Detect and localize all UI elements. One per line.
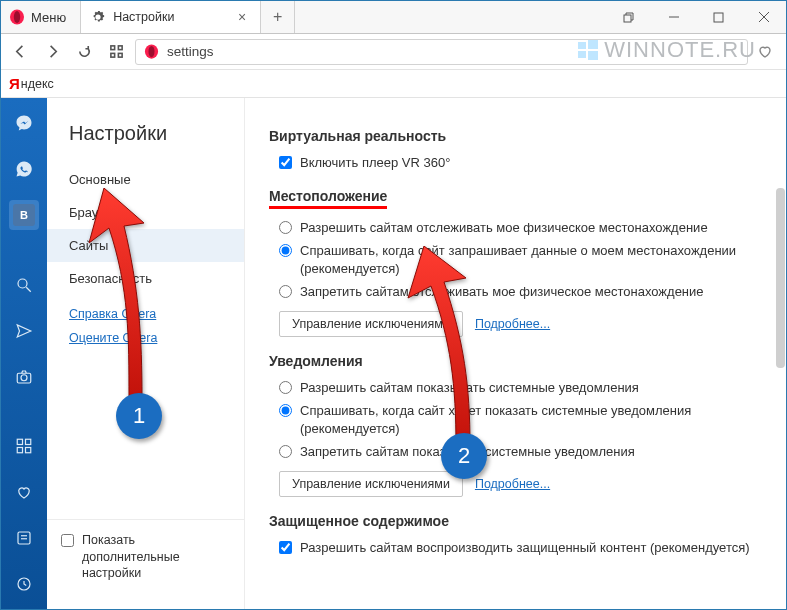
settings-sidebar: Настройки Основные Браузер Сайты Безопас…	[47, 98, 245, 609]
menu-label: Меню	[31, 10, 66, 25]
maximize-button[interactable]	[696, 1, 741, 33]
quick-search-row[interactable]: Яндекс	[1, 70, 786, 98]
forward-button[interactable]	[39, 39, 65, 65]
yandex-label: ндекс	[21, 77, 54, 91]
whatsapp-icon[interactable]	[9, 154, 39, 184]
yandex-icon: Я	[9, 75, 20, 92]
speed-dial-button[interactable]	[103, 39, 129, 65]
main-area: B Настройки Основные Браузер Сайты Безоп…	[1, 98, 786, 609]
back-button[interactable]	[7, 39, 33, 65]
location-exceptions-button[interactable]: Управление исключениями	[279, 311, 463, 337]
scrollbar-thumb[interactable]	[776, 188, 785, 368]
left-rail: B	[1, 98, 47, 609]
menu-button[interactable]: Меню	[1, 1, 81, 33]
reload-button[interactable]	[71, 39, 97, 65]
minimize-button[interactable]	[651, 1, 696, 33]
location-opt-ask[interactable]: Спрашивать, когда сайт запрашивает данны…	[279, 242, 762, 277]
notif-opt-ask[interactable]: Спрашивать, когда сайт хочет показать си…	[279, 402, 762, 437]
svg-rect-22	[26, 439, 31, 444]
show-advanced-label: Показать дополнительные настройки	[82, 532, 230, 581]
settings-content: Виртуальная реальность Включить плеер VR…	[245, 98, 786, 609]
svg-rect-8	[118, 46, 122, 50]
vr-enable-label: Включить плеер VR 360°	[300, 154, 450, 172]
browser-window: Меню Настройки × + WINNOTE.RU	[0, 0, 787, 610]
opera-icon	[144, 44, 159, 59]
notif-exceptions-button[interactable]: Управление исключениями	[279, 471, 463, 497]
close-icon[interactable]: ×	[234, 9, 250, 25]
protected-enable-checkbox[interactable]: Разрешить сайтам воспроизводить защищенн…	[279, 539, 762, 557]
svg-point-1	[14, 11, 20, 23]
send-icon[interactable]	[9, 316, 39, 346]
svg-rect-25	[18, 532, 30, 544]
svg-point-17	[18, 279, 27, 288]
heart-icon[interactable]	[9, 477, 39, 507]
vr-enable-checkbox[interactable]: Включить плеер VR 360°	[279, 154, 762, 172]
section-vr-title: Виртуальная реальность	[269, 128, 762, 144]
address-input[interactable]	[167, 44, 739, 59]
section-location-title: Местоположение	[269, 188, 387, 209]
camera-icon[interactable]	[9, 362, 39, 392]
svg-point-20	[21, 375, 27, 381]
notif-opt-deny[interactable]: Запретить сайтам показывать системные ув…	[279, 443, 762, 461]
close-window-button[interactable]	[741, 1, 786, 33]
help-link[interactable]: Справка Opera	[69, 307, 222, 321]
svg-rect-23	[17, 448, 22, 453]
svg-rect-2	[624, 15, 631, 22]
rate-link[interactable]: Оцените Opera	[69, 331, 222, 345]
pop-out-icon[interactable]	[606, 1, 651, 33]
location-more-link[interactable]: Подробнее...	[475, 317, 550, 331]
svg-point-12	[149, 46, 155, 57]
search-icon[interactable]	[9, 270, 39, 300]
sidebar-item-security[interactable]: Безопасность	[47, 262, 244, 295]
svg-rect-21	[17, 439, 22, 444]
notif-opt-allow[interactable]: Разрешить сайтам показывать системные ув…	[279, 379, 762, 397]
titlebar: Меню Настройки × +	[1, 1, 786, 34]
section-protected-title: Защищенное содержимое	[269, 513, 762, 529]
tab-label: Настройки	[113, 10, 174, 24]
history-icon[interactable]	[9, 569, 39, 599]
svg-rect-4	[714, 13, 723, 22]
section-notifications-title: Уведомления	[269, 353, 762, 369]
nav-row: WINNOTE.RU	[1, 34, 786, 70]
show-advanced-input[interactable]	[61, 534, 74, 547]
svg-line-18	[26, 287, 31, 292]
window-controls	[606, 1, 786, 33]
address-bar[interactable]	[135, 39, 748, 65]
speed-dial-icon[interactable]	[9, 431, 39, 461]
messenger-icon[interactable]	[9, 108, 39, 138]
location-opt-allow[interactable]: Разрешить сайтам отслеживать мое физичес…	[279, 219, 762, 237]
gear-icon	[91, 10, 105, 24]
new-tab-button[interactable]: +	[261, 1, 295, 33]
opera-icon	[9, 9, 25, 25]
svg-rect-7	[110, 46, 114, 50]
tab-settings[interactable]: Настройки ×	[81, 1, 261, 33]
sidebar-item-basic[interactable]: Основные	[47, 163, 244, 196]
protected-enable-input[interactable]	[279, 541, 292, 554]
svg-rect-9	[110, 53, 114, 57]
svg-rect-10	[118, 53, 122, 57]
show-advanced-checkbox[interactable]: Показать дополнительные настройки	[61, 532, 230, 581]
sidebar-item-browser[interactable]: Браузер	[47, 196, 244, 229]
vk-icon[interactable]: B	[9, 200, 39, 230]
news-icon[interactable]	[9, 523, 39, 553]
vr-enable-input[interactable]	[279, 156, 292, 169]
sidebar-help-links: Справка Opera Оцените Opera	[47, 295, 244, 357]
location-opt-deny[interactable]: Запретить сайтам отслеживать мое физичес…	[279, 283, 762, 301]
bookmark-button[interactable]	[754, 41, 776, 63]
svg-rect-24	[26, 448, 31, 453]
protected-enable-label: Разрешить сайтам воспроизводить защищенн…	[300, 539, 750, 557]
sidebar-item-sites[interactable]: Сайты	[47, 229, 244, 262]
page-title: Настройки	[47, 122, 244, 163]
notif-more-link[interactable]: Подробнее...	[475, 477, 550, 491]
